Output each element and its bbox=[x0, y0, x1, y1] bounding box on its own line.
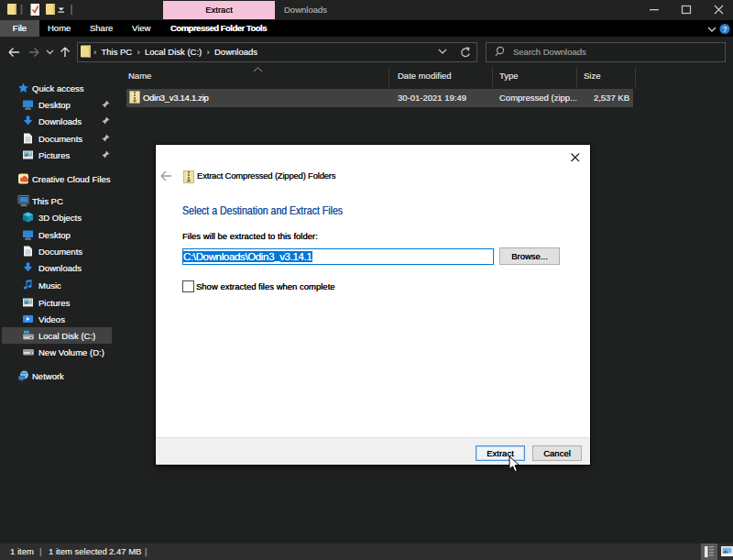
svg-text:?: ? bbox=[722, 25, 727, 34]
